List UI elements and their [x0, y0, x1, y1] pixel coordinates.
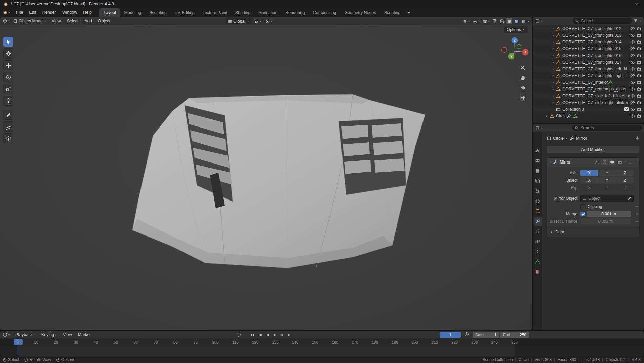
jump-to-prev-keyframe-button[interactable] — [257, 332, 263, 338]
visibility-toggle[interactable] — [630, 46, 635, 51]
proportional-editing-toggle[interactable] — [265, 18, 274, 24]
gizmos-dropdown[interactable] — [472, 18, 481, 24]
workspace-tab-animation[interactable]: Animation — [255, 8, 282, 17]
visibility-toggle[interactable] — [630, 40, 635, 45]
disclosure-arrow-icon[interactable] — [550, 47, 556, 50]
properties-tab-output[interactable] — [533, 166, 542, 175]
gizmo-negative-x[interactable] — [502, 48, 507, 53]
viewport-3d-scene[interactable] — [0, 25, 532, 330]
axis-z-button[interactable]: Z — [616, 170, 634, 176]
disclosure-arrow-icon[interactable] — [550, 61, 556, 64]
workspace-tab-sculpting[interactable]: Sculpting — [145, 8, 170, 17]
outliner-row-corvette-c7-frontlights-017[interactable]: CORVETTE_C7_frontlights.017 — [533, 59, 644, 66]
render-display-toggle[interactable] — [617, 159, 623, 165]
workspace-tab-geometry-nodes[interactable]: Geometry Nodes — [340, 8, 380, 17]
transform-orientation-dropdown[interactable]: Global — [226, 18, 251, 24]
properties-tab-particles[interactable] — [533, 227, 542, 236]
tool-rotate-button[interactable] — [3, 72, 13, 82]
render-visibility-toggle[interactable] — [637, 73, 641, 78]
properties-tab-modifiers[interactable] — [534, 217, 542, 226]
tool-select-button[interactable] — [3, 37, 13, 47]
workspace-tab-scripting[interactable]: Scripting — [380, 8, 405, 17]
window-minimize-button[interactable] — [598, 0, 613, 8]
tool-annotate-button[interactable] — [3, 110, 13, 120]
outliner-search-input[interactable]: Search — [573, 18, 632, 24]
properties-tab-object-data[interactable] — [533, 257, 542, 266]
drag-handle-icon[interactable] — [634, 160, 637, 165]
viewport-menu-object[interactable]: Object — [95, 17, 113, 25]
shading-wireframe-button[interactable] — [499, 18, 505, 24]
shading-material-button[interactable] — [513, 18, 519, 24]
show-on-cage-toggle[interactable] — [594, 159, 600, 165]
current-frame-field[interactable]: 1 — [440, 332, 461, 338]
jump-to-start-button[interactable] — [249, 332, 256, 338]
visibility-toggle[interactable] — [630, 107, 635, 112]
visibility-toggle[interactable] — [630, 87, 635, 92]
disclosure-arrow-icon[interactable] — [550, 41, 556, 44]
outliner-row-corvette-c7-frontlights-012[interactable]: CORVETTE_C7_frontlights.012 — [533, 25, 644, 32]
chevron-down-icon[interactable] — [639, 20, 642, 22]
timeline-menu-keying[interactable]: Keying — [38, 331, 60, 339]
disclosure-arrow-icon[interactable] — [550, 101, 556, 104]
bisect-z-button[interactable]: Z — [616, 177, 634, 183]
animate-dot[interactable] — [636, 206, 638, 207]
options-dropdown[interactable]: Options — [504, 26, 528, 33]
visibility-toggle[interactable] — [630, 94, 635, 99]
properties-tab-view-layer[interactable] — [533, 176, 542, 185]
render-visibility-toggle[interactable] — [637, 33, 641, 38]
snapping-toggle[interactable] — [253, 18, 263, 24]
merge-threshold-field[interactable]: 0.001 m — [587, 211, 631, 217]
outliner-row-collection-3[interactable]: Collection 3 — [533, 106, 644, 113]
filter-icon[interactable] — [633, 19, 638, 23]
outliner-row-corvette-c7-frontlights-left-bl[interactable]: CORVETTE_C7_frontlights_left_bl — [533, 66, 644, 72]
chevron-down-icon[interactable] — [527, 20, 530, 23]
properties-tab-material[interactable] — [533, 267, 542, 276]
workspace-tab-rendering[interactable]: Rendering — [281, 8, 309, 17]
breadcrumb-object[interactable]: Circle — [553, 136, 564, 141]
jump-to-end-button[interactable] — [286, 332, 293, 338]
object-visibility-dropdown[interactable] — [462, 18, 471, 24]
visibility-toggle[interactable] — [630, 60, 635, 65]
axis-x-button[interactable]: X — [580, 170, 598, 176]
flip-z-button[interactable]: Z — [616, 185, 634, 191]
add-modifier-button[interactable]: Add Modifier — [547, 146, 640, 153]
disclosure-arrow-icon[interactable] — [550, 88, 556, 91]
play-reverse-button[interactable] — [264, 332, 271, 338]
visibility-toggle[interactable] — [630, 80, 635, 85]
tool-add-cube-button[interactable] — [3, 133, 13, 143]
editor-type-button[interactable] — [2, 332, 11, 338]
outliner-row-corvette-c7-frontlights-right-l[interactable]: CORVETTE_C7_frontlights_right_l — [533, 72, 644, 79]
workspace-tab-modeling[interactable]: Modeling — [120, 8, 145, 17]
render-visibility-toggle[interactable] — [637, 80, 641, 85]
editor-type-button[interactable] — [535, 125, 544, 131]
bisect-y-button[interactable]: Y — [598, 177, 616, 183]
mode-selector[interactable]: Object Mode — [12, 18, 47, 24]
modifier-extras-dropdown-icon[interactable] — [625, 161, 627, 164]
flip-y-button[interactable]: Y — [598, 185, 616, 191]
camera-view-icon[interactable] — [520, 85, 526, 91]
outliner-row-corvette-c7-side-left-blinker-g[interactable]: CORVETTE_C7_side_left_blinker_g — [533, 93, 644, 99]
viewport-menu-view[interactable]: View — [49, 17, 64, 25]
visibility-toggle[interactable] — [630, 33, 635, 38]
navigation-gizmo[interactable]: Z X Y — [499, 35, 530, 66]
workspace-tab-layout[interactable]: Layout — [99, 8, 120, 17]
modifier-panel-header[interactable]: Mirror — [547, 158, 639, 167]
menu-file[interactable]: File — [13, 8, 26, 17]
properties-tab-world[interactable] — [533, 196, 542, 206]
visibility-toggle[interactable] — [630, 100, 635, 105]
tool-measure-button[interactable] — [3, 121, 13, 132]
disclosure-arrow-icon[interactable] — [550, 68, 556, 71]
render-visibility-toggle[interactable] — [637, 26, 641, 31]
pan-hand-icon[interactable] — [520, 75, 526, 81]
visibility-toggle[interactable] — [630, 26, 635, 31]
realtime-display-toggle[interactable] — [609, 159, 615, 165]
outliner-row-corvette-c7-side-right-blinker[interactable]: CORVETTE_C7_side_right_blinker — [533, 99, 644, 106]
xray-toggle[interactable] — [492, 18, 498, 24]
app-menu-button[interactable] — [0, 10, 13, 15]
editor-type-button[interactable] — [535, 18, 544, 24]
timeline-menu-marker[interactable]: Marker — [75, 331, 94, 339]
render-visibility-toggle[interactable] — [637, 107, 641, 112]
editor-type-button[interactable] — [2, 18, 11, 24]
viewport-menu-add[interactable]: Add — [82, 17, 95, 25]
workspace-tab-uv-editing[interactable]: UV Editing — [171, 8, 199, 17]
